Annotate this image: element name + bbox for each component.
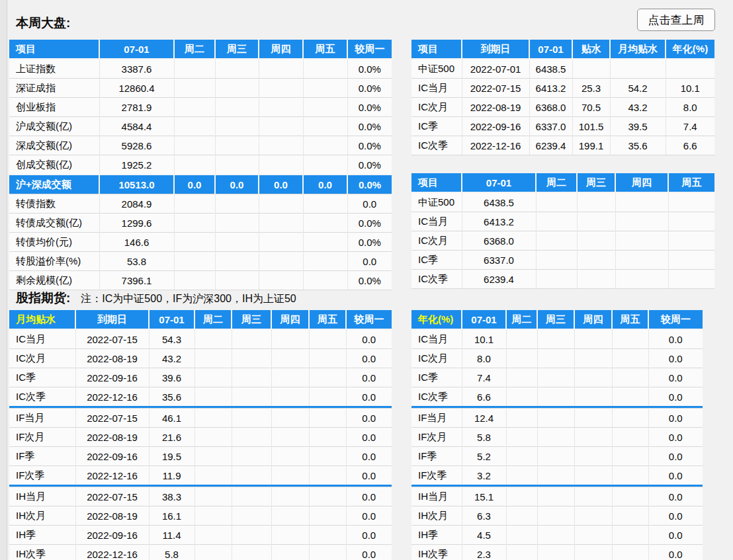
table-row: IC次月8.00.0 bbox=[411, 349, 703, 368]
annualized-rate-table: 年化(%)07-01周二周三周四周五较周一IC当月10.10.0IC次月8.00… bbox=[411, 310, 703, 560]
cell bbox=[506, 349, 537, 368]
cell bbox=[232, 368, 271, 387]
cell bbox=[194, 409, 232, 428]
cell bbox=[537, 487, 574, 506]
header-cell: 周三 bbox=[537, 310, 574, 329]
cell bbox=[303, 79, 347, 98]
cell bbox=[303, 194, 347, 214]
cell bbox=[194, 506, 232, 526]
cell: 5.8 bbox=[149, 545, 194, 560]
cell: 0.0 bbox=[346, 545, 392, 560]
cell: 70.5 bbox=[572, 98, 610, 117]
cell bbox=[612, 545, 648, 560]
cell: 5928.6 bbox=[99, 136, 174, 155]
table-row: IC次月6368.0 bbox=[411, 231, 714, 251]
cell: 2022-09-16 bbox=[75, 447, 149, 466]
row-label: IC当月 bbox=[9, 329, 75, 349]
cell bbox=[309, 409, 346, 428]
cell bbox=[668, 251, 714, 270]
cell: 0.0 bbox=[346, 387, 392, 407]
header-cell: 较周一 bbox=[648, 310, 703, 329]
cell bbox=[174, 59, 215, 79]
cell bbox=[506, 428, 537, 447]
table-row: IC次月2022-08-196368.070.543.28.0 bbox=[411, 98, 714, 117]
cell: 2022-08-19 bbox=[462, 98, 529, 117]
cell: 6337.0 bbox=[462, 251, 536, 270]
cell bbox=[174, 214, 215, 233]
cell: 0.0 bbox=[346, 447, 392, 466]
row-label: IC当月 bbox=[411, 329, 462, 349]
cell bbox=[194, 526, 232, 545]
table-row: IC次季6239.4 bbox=[411, 270, 714, 289]
cell: 7.4 bbox=[462, 368, 506, 387]
cell bbox=[506, 329, 537, 349]
header-cell: 周四 bbox=[574, 310, 612, 329]
table-row: IF季2022-09-1619.50.0 bbox=[9, 447, 392, 466]
row-label: IF季 bbox=[411, 447, 462, 466]
cell bbox=[537, 329, 574, 349]
cell: 53.8 bbox=[99, 252, 174, 271]
monthly-discount-table: 月均贴水到期日07-01周二周三周四周五较周一IC当月2022-07-1554.… bbox=[9, 310, 392, 560]
table-row: 转债指数2084.90.0 bbox=[9, 194, 392, 214]
table-row: 转债均价(元)146.60.0% bbox=[9, 233, 392, 252]
cell bbox=[303, 136, 347, 155]
page-title: 本周大盘: bbox=[16, 15, 70, 32]
cell: 2022-08-19 bbox=[75, 506, 149, 526]
cell: 0.0% bbox=[347, 155, 392, 175]
cell bbox=[215, 59, 259, 79]
table-row: IC季7.40.0 bbox=[411, 368, 703, 387]
cell: 16.1 bbox=[149, 506, 194, 526]
table-row: IH季2022-09-1611.40.0 bbox=[9, 526, 392, 545]
cell: 0.0 bbox=[346, 526, 392, 545]
cell: 6239.4 bbox=[462, 270, 536, 289]
cell bbox=[572, 59, 610, 79]
cell: 1925.2 bbox=[99, 155, 174, 175]
cell: 0.0% bbox=[347, 59, 392, 79]
cell bbox=[303, 271, 347, 290]
cell bbox=[612, 487, 648, 506]
header-row: 项目07-01周二周三周四周五较周一 bbox=[9, 40, 392, 59]
cell bbox=[194, 466, 232, 485]
cell bbox=[215, 98, 259, 117]
header-cell: 07-01 bbox=[99, 40, 174, 59]
cell bbox=[232, 526, 271, 545]
table-row: 中证5002022-07-016438.5 bbox=[411, 59, 714, 79]
cell bbox=[232, 506, 271, 526]
cell bbox=[215, 271, 259, 290]
cell bbox=[536, 270, 577, 289]
cell bbox=[309, 447, 346, 466]
cell bbox=[259, 79, 303, 98]
cell bbox=[574, 387, 612, 407]
table-row: IH当月15.10.0 bbox=[411, 487, 703, 506]
cell bbox=[174, 271, 215, 290]
cell bbox=[215, 136, 259, 155]
cell bbox=[615, 192, 668, 212]
cell bbox=[612, 526, 648, 545]
cell: 39.5 bbox=[610, 117, 666, 136]
weekly-market-table: 项目07-01周二周三周四周五较周一上证指数3387.60.0%深证成指1286… bbox=[9, 40, 392, 290]
table-row: 创成交额(亿)1925.20.0% bbox=[9, 155, 392, 175]
cell bbox=[259, 117, 303, 136]
row-label: IC当月 bbox=[411, 212, 462, 231]
row-label: IC当月 bbox=[411, 79, 462, 98]
cell bbox=[612, 466, 648, 485]
cell bbox=[612, 329, 648, 349]
row-label: IF次季 bbox=[9, 466, 75, 485]
header-cell: 周五 bbox=[668, 173, 714, 192]
row-label: 转债指数 bbox=[9, 194, 99, 214]
view-last-week-button[interactable]: 点击查上周 bbox=[637, 9, 715, 31]
cell bbox=[259, 252, 303, 271]
table-row: IC次月2022-08-1943.20.0 bbox=[9, 349, 392, 368]
cell bbox=[309, 387, 346, 407]
cell: 2022-09-16 bbox=[75, 526, 149, 545]
row-label: 转股溢价率(%) bbox=[9, 252, 99, 271]
header-cell: 贴水 bbox=[572, 40, 610, 59]
header-row: 项目07-01周二周三周四周五 bbox=[411, 173, 714, 192]
row-label: IH季 bbox=[9, 526, 75, 545]
cell bbox=[174, 98, 215, 117]
cell bbox=[303, 252, 347, 271]
header-cell: 项目 bbox=[411, 173, 462, 192]
row-label: 转债成交额(亿) bbox=[9, 214, 99, 233]
cell bbox=[174, 252, 215, 271]
cell: 2084.9 bbox=[99, 194, 174, 214]
